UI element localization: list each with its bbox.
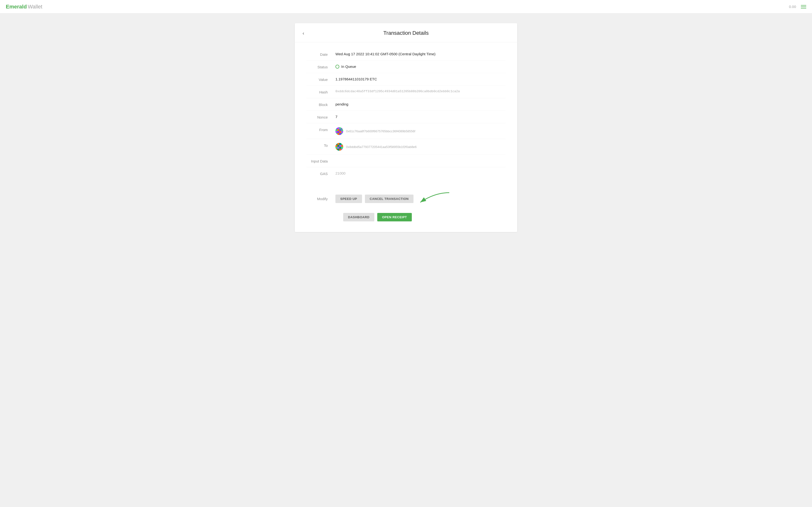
menu-bar-1 — [801, 5, 806, 6]
svg-rect-19 — [339, 143, 341, 145]
svg-rect-32 — [341, 149, 343, 151]
date-row: Date Wed Aug 17 2022 10:41:02 GMT-0500 (… — [306, 48, 506, 61]
nonce-row: Nonce 7 — [306, 111, 506, 123]
to-row: To — [306, 139, 506, 155]
action-row: DASHBOARD OPEN RECEIPT — [306, 210, 506, 224]
hash-label: Hash — [306, 90, 336, 94]
menu-bar-2 — [801, 6, 806, 7]
value-amount: 1.197864411010179 ETC — [336, 77, 506, 81]
app-logo: Emerald Wallet — [6, 4, 42, 10]
modify-label: Modify — [306, 197, 336, 201]
date-value: Wed Aug 17 2022 10:41:02 GMT-0500 (Centr… — [336, 52, 506, 56]
svg-rect-26 — [337, 147, 339, 149]
svg-rect-31 — [339, 149, 341, 151]
block-value: pending — [336, 102, 506, 106]
logo-wallet: Wallet — [28, 4, 42, 10]
svg-rect-18 — [337, 143, 339, 145]
to-value: 0x8ddbd5a779377205441aa53f58955b1f2f0ab8… — [336, 143, 506, 151]
topbar: Emerald Wallet 0.00 — [0, 0, 812, 13]
svg-rect-30 — [337, 149, 339, 151]
status-label: Status — [306, 64, 336, 69]
speed-up-button[interactable]: SPEED UP — [336, 194, 362, 203]
balance-display: 0.00 — [789, 5, 796, 9]
dashboard-button[interactable]: DASHBOARD — [343, 213, 374, 221]
arrow-annotation-icon — [415, 190, 454, 207]
input-data-row: Input Data — [306, 155, 506, 167]
status-row: Status In Queue — [306, 61, 506, 73]
topbar-right: 0.00 — [789, 5, 806, 9]
card-header: ‹ Transaction Details — [295, 23, 517, 42]
menu-button[interactable] — [801, 5, 806, 8]
svg-rect-23 — [339, 145, 341, 147]
from-value: 0x61c76aa8f7b600f6675765bbcc36f4089b5855… — [336, 127, 506, 135]
transaction-card: ‹ Transaction Details Date Wed Aug 17 20… — [295, 23, 517, 232]
svg-rect-24 — [341, 145, 343, 147]
back-button[interactable]: ‹ — [301, 30, 306, 37]
block-label: Block — [306, 102, 336, 107]
svg-rect-21 — [336, 145, 337, 147]
svg-point-16 — [336, 127, 343, 135]
modify-buttons-container: SPEED UP CANCEL TRANSACTION — [336, 190, 454, 207]
from-avatar-icon — [336, 127, 343, 135]
modify-button-group: SPEED UP CANCEL TRANSACTION — [336, 194, 413, 203]
page-wrapper: ‹ Transaction Details Date Wed Aug 17 20… — [0, 13, 812, 242]
status-dot-icon — [336, 65, 339, 68]
from-address-container: 0x61c76aa8f7b600f6675765bbcc36f4089b5855… — [336, 127, 506, 135]
to-address-container: 0x8ddbd5a779377205441aa53f58955b1f2f0ab8… — [336, 143, 506, 151]
date-label: Date — [306, 52, 336, 56]
svg-rect-28 — [341, 147, 343, 149]
cancel-transaction-button[interactable]: CANCEL TRANSACTION — [365, 194, 413, 203]
page-title: Transaction Details — [303, 30, 509, 36]
status-container: In Queue — [336, 64, 506, 68]
value-row: Value 1.197864411010179 ETC — [306, 73, 506, 86]
nonce-value: 7 — [336, 115, 506, 119]
open-receipt-button[interactable]: OPEN RECEIPT — [377, 213, 412, 221]
detail-section: Date Wed Aug 17 2022 10:41:02 GMT-0500 (… — [295, 42, 517, 185]
from-label: From — [306, 127, 336, 132]
from-row: From — [306, 123, 506, 139]
svg-rect-29 — [336, 149, 337, 151]
hash-value: 0xddc6dcdac48a5ff33df1295c4934d01a51205b… — [336, 90, 506, 93]
block-row: Block pending — [306, 98, 506, 111]
from-avatar — [336, 127, 343, 135]
action-button-group: DASHBOARD OPEN RECEIPT — [343, 213, 412, 221]
nonce-label: Nonce — [306, 115, 336, 119]
menu-bar-3 — [801, 8, 806, 8]
to-avatar — [336, 143, 343, 151]
gas-value: 21000 — [336, 171, 506, 175]
value-label: Value — [306, 77, 336, 81]
gas-row: GAS 21000 — [306, 167, 506, 180]
svg-rect-25 — [336, 147, 337, 149]
logo-emerald: Emerald — [6, 4, 27, 10]
status-text: In Queue — [341, 64, 356, 68]
input-data-label: Input Data — [306, 159, 336, 163]
svg-rect-20 — [341, 143, 343, 145]
to-avatar-icon — [336, 143, 343, 151]
svg-rect-22 — [337, 145, 339, 147]
modify-row: Modify SPEED UP CANCEL TRANSACTION — [306, 187, 506, 210]
to-label: To — [306, 143, 336, 148]
buttons-section: Modify SPEED UP CANCEL TRANSACTION — [295, 185, 517, 232]
svg-rect-17 — [336, 143, 337, 145]
hash-row: Hash 0xddc6dcdac48a5ff33df1295c4934d01a5… — [306, 86, 506, 98]
status-value: In Queue — [336, 64, 506, 68]
from-address-text: 0x61c76aa8f7b600f6675765bbcc36f4089b5855… — [346, 129, 415, 133]
to-address-text: 0x8ddbd5a779377205441aa53f58955b1f2f0ab8… — [346, 145, 417, 149]
gas-label: GAS — [306, 171, 336, 176]
svg-rect-27 — [339, 147, 341, 149]
